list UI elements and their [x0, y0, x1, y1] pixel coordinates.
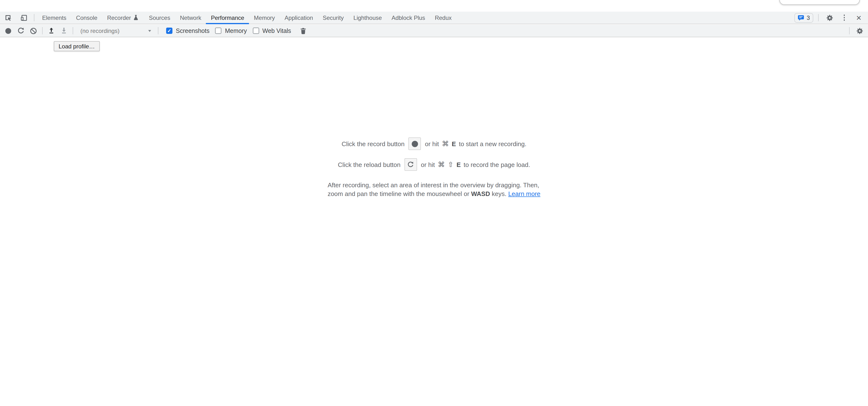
web-vitals-checkbox[interactable]: Web Vitals: [253, 27, 291, 34]
close-icon: ✕: [856, 14, 862, 21]
issues-badge-count: 3: [807, 14, 810, 21]
record-button[interactable]: [2, 25, 14, 37]
gear-icon: [856, 27, 864, 35]
learn-more-link[interactable]: Learn more: [508, 190, 540, 197]
download-icon: [60, 27, 68, 35]
toggle-device-toolbar-button[interactable]: [18, 11, 30, 24]
tab-elements[interactable]: Elements: [37, 11, 71, 24]
cmd-key-symbol: ⌘: [438, 161, 445, 168]
checkbox-checked-icon: ✓: [166, 28, 173, 34]
browser-top-strip: [0, 0, 868, 11]
recordings-select-value: (no recordings): [81, 27, 119, 34]
capture-settings-button[interactable]: [854, 25, 866, 37]
issues-badge-button[interactable]: 3: [795, 13, 813, 23]
tab-recorder-label: Recorder: [107, 14, 131, 21]
inspect-icon: [4, 14, 12, 22]
settings-button[interactable]: [824, 11, 836, 24]
recordings-select[interactable]: (no recordings): [78, 26, 154, 36]
reload-instruction-row: Click the reload button or hit ⌘ ⇧ E to …: [338, 158, 530, 171]
memory-checkbox[interactable]: Memory: [215, 27, 247, 34]
browser-popup-fragment: [779, 0, 860, 5]
reload-instruction-prefix: Click the reload button: [338, 161, 401, 168]
kebab-menu-icon: [843, 14, 845, 22]
reload-button-inline[interactable]: [404, 158, 417, 171]
device-toolbar-icon: [20, 14, 28, 22]
record-instruction-prefix: Click the record button: [341, 140, 404, 147]
tab-application[interactable]: Application: [280, 11, 318, 24]
tab-console[interactable]: Console: [71, 11, 102, 24]
tab-memory[interactable]: Memory: [249, 11, 280, 24]
clear-icon: [30, 27, 37, 35]
tab-redux[interactable]: Redux: [430, 11, 456, 24]
reload-instruction-middle: or hit: [421, 161, 435, 168]
e-key: E: [457, 161, 461, 168]
tab-performance[interactable]: Performance: [206, 11, 249, 24]
tab-security[interactable]: Security: [318, 11, 348, 24]
screenshots-checkbox[interactable]: ✓ Screenshots: [166, 27, 210, 34]
trash-icon: [299, 27, 307, 35]
e-key: E: [452, 140, 456, 147]
record-icon: [412, 141, 418, 147]
screenshots-label: Screenshots: [176, 27, 210, 34]
reload-instruction-suffix: to record the page load.: [464, 161, 530, 168]
tab-recorder[interactable]: Recorder: [102, 11, 144, 24]
main-tabbar: Elements Console Recorder Sources Networ…: [0, 11, 868, 24]
divider: [818, 14, 818, 21]
garbage-collect-button[interactable]: [297, 25, 310, 37]
chevron-down-icon: [148, 30, 151, 32]
load-profile-tooltip: Load profile…: [54, 41, 99, 51]
performance-toolbar: (no recordings) ✓ Screenshots Memory Web…: [0, 25, 868, 37]
hint-line-1: After recording, select an area of inter…: [328, 181, 540, 190]
record-and-reload-button[interactable]: [14, 25, 27, 37]
divider: [73, 27, 73, 34]
experiment-flask-icon: [133, 14, 139, 21]
memory-label: Memory: [225, 27, 247, 34]
gear-icon: [826, 14, 834, 22]
divider: [158, 27, 158, 34]
tab-network[interactable]: Network: [175, 11, 206, 24]
tab-sources[interactable]: Sources: [144, 11, 175, 24]
usage-hint: After recording, select an area of inter…: [328, 181, 540, 198]
record-instruction-middle: or hit: [425, 140, 439, 147]
more-options-button[interactable]: [838, 11, 850, 24]
divider: [42, 27, 42, 34]
inspect-element-button[interactable]: [2, 11, 14, 24]
issues-bubble-icon: [798, 15, 804, 21]
reload-icon: [17, 27, 25, 35]
record-instruction-suffix: to start a new recording.: [459, 140, 527, 147]
close-devtools-button[interactable]: ✕: [852, 11, 865, 24]
cmd-key-symbol: ⌘: [442, 140, 449, 147]
web-vitals-label: Web Vitals: [262, 27, 291, 34]
divider: [34, 14, 34, 21]
divider: [849, 27, 849, 34]
checkbox-unchecked-icon: [253, 28, 259, 34]
clear-button[interactable]: [27, 25, 40, 37]
performance-empty-view: Click the record button or hit ⌘ E to st…: [0, 137, 868, 198]
shift-key-symbol: ⇧: [448, 161, 454, 168]
tab-lighthouse[interactable]: Lighthouse: [348, 11, 386, 24]
performance-panel-content: Click the record button or hit ⌘ E to st…: [0, 38, 868, 203]
record-button-inline[interactable]: [409, 137, 421, 150]
load-profile-button[interactable]: [45, 25, 58, 37]
devtools-window: Elements Console Recorder Sources Networ…: [0, 0, 868, 203]
save-profile-button[interactable]: [58, 25, 70, 37]
reload-icon: [407, 161, 414, 168]
record-instruction-row: Click the record button or hit ⌘ E to st…: [341, 137, 526, 150]
checkbox-unchecked-icon: [215, 28, 222, 34]
record-icon: [5, 28, 11, 34]
upload-icon: [48, 27, 55, 35]
hint-line-2: zoom and pan the timeline with the mouse…: [328, 190, 540, 198]
tab-adblock-plus[interactable]: Adblock Plus: [387, 11, 430, 24]
